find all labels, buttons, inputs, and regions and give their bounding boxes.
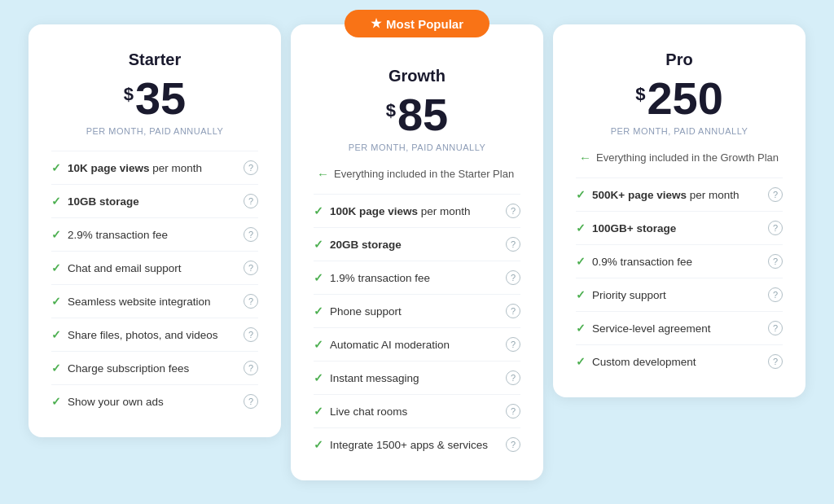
help-icon[interactable]: ? <box>244 160 258 175</box>
feature-left: ✓ Seamless website integration <box>51 295 244 308</box>
check-icon: ✓ <box>51 228 61 241</box>
feature-left: ✓ Charge subscription fees <box>51 362 244 375</box>
feature-left: ✓ 0.9% transaction fee <box>576 255 768 268</box>
check-icon: ✓ <box>576 188 586 201</box>
check-icon: ✓ <box>314 371 323 384</box>
check-icon: ✓ <box>51 261 61 274</box>
feature-text: Service-level agreement <box>592 322 711 335</box>
check-icon: ✓ <box>576 322 586 335</box>
help-icon[interactable]: ? <box>244 261 258 275</box>
price-period-growth: PER MONTH, PAID ANNUALLY <box>314 142 520 152</box>
help-icon[interactable]: ? <box>768 221 783 235</box>
feature-text: Automatic AI moderation <box>330 339 450 351</box>
star-icon: ★ <box>371 16 381 31</box>
help-icon[interactable]: ? <box>244 327 258 342</box>
help-icon[interactable]: ? <box>768 287 783 302</box>
help-icon[interactable]: ? <box>768 354 783 369</box>
features-list-pro: ✓ 500K+ page views per month ? ✓ 100GB+ … <box>576 177 783 378</box>
feature-item: ✓ Integrate 1500+ apps & services ? <box>314 427 520 461</box>
help-icon[interactable]: ? <box>244 394 258 409</box>
pricing-container: Starter $ 35 PER MONTH, PAID ANNUALLY ✓ … <box>16 24 818 480</box>
help-icon[interactable]: ? <box>506 270 520 285</box>
feature-item: ✓ 500K+ page views per month ? <box>576 177 783 211</box>
feature-left: ✓ 20GB storage <box>314 238 506 251</box>
feature-left: ✓ 500K+ page views per month <box>576 188 768 201</box>
feature-left: ✓ 2.9% transaction fee <box>51 228 244 241</box>
feature-item: ✓ Service-level agreement ? <box>576 311 783 344</box>
price-dollar-pro: $ <box>635 84 645 105</box>
help-icon[interactable]: ? <box>244 194 258 208</box>
feature-left: ✓ 1.9% transaction fee <box>314 271 506 284</box>
price-amount-starter: 35 <box>135 76 186 121</box>
feature-left: ✓ 100GB+ storage <box>576 221 768 234</box>
price-amount-pro: 250 <box>647 76 722 121</box>
included-note-text: Everything included in the Growth Plan <box>596 151 779 164</box>
feature-item: ✓ Live chat rooms ? <box>314 394 520 427</box>
feature-item: ✓ Custom development ? <box>576 344 783 378</box>
price-dollar-growth: $ <box>386 100 396 121</box>
help-icon[interactable]: ? <box>244 361 258 375</box>
help-icon[interactable]: ? <box>244 227 258 242</box>
check-icon: ✓ <box>314 338 323 351</box>
feature-left: ✓ Phone support <box>314 305 506 318</box>
feature-left: ✓ Custom development <box>576 355 768 368</box>
feature-text: 1.9% transaction fee <box>330 272 430 284</box>
price-row-starter: $ 35 <box>51 76 258 121</box>
feature-text: Show your own ads <box>68 396 164 408</box>
price-period-starter: PER MONTH, PAID ANNUALLY <box>51 126 258 136</box>
feature-left: ✓ Integrate 1500+ apps & services <box>314 438 506 451</box>
feature-text: Instant messaging <box>330 372 419 384</box>
feature-left: ✓ Chat and email support <box>51 261 244 274</box>
plan-card-growth: ★ Most Popular Growth $ 85 PER MONTH, PA… <box>291 24 543 480</box>
check-icon: ✓ <box>576 288 586 301</box>
check-icon: ✓ <box>576 355 586 368</box>
feature-text: Custom development <box>592 356 696 368</box>
feature-left: ✓ Share files, photos, and videos <box>51 328 244 341</box>
check-icon: ✓ <box>576 221 586 234</box>
help-icon[interactable]: ? <box>244 294 258 309</box>
check-icon: ✓ <box>314 438 323 451</box>
check-icon: ✓ <box>51 362 61 375</box>
check-icon: ✓ <box>51 395 61 408</box>
plan-card-starter: Starter $ 35 PER MONTH, PAID ANNUALLY ✓ … <box>29 24 281 437</box>
feature-text: 10GB storage <box>68 195 139 208</box>
feature-text: 100GB+ storage <box>592 222 676 234</box>
help-icon[interactable]: ? <box>506 304 520 318</box>
plan-name-starter: Starter <box>51 50 258 69</box>
feature-left: ✓ Service-level agreement <box>576 322 768 335</box>
included-note-pro: ← Everything included in the Growth Plan <box>576 151 783 164</box>
price-period-pro: PER MONTH, PAID ANNUALLY <box>576 126 783 136</box>
check-icon: ✓ <box>51 295 61 308</box>
feature-item: ✓ Chat and email support ? <box>51 251 258 284</box>
feature-item: ✓ 1.9% transaction fee ? <box>314 261 520 294</box>
help-icon[interactable]: ? <box>506 437 520 452</box>
feature-left: ✓ 10GB storage <box>51 195 244 208</box>
price-amount-growth: 85 <box>397 92 448 138</box>
feature-item: ✓ Charge subscription fees ? <box>51 351 258 384</box>
feature-text: Seamless website integration <box>68 296 211 308</box>
check-icon: ✓ <box>51 195 61 208</box>
price-row-pro: $ 250 <box>576 76 783 121</box>
feature-item: ✓ 0.9% transaction fee ? <box>576 244 783 278</box>
feature-item: ✓ Seamless website integration ? <box>51 284 258 318</box>
check-icon: ✓ <box>51 161 61 174</box>
help-icon[interactable]: ? <box>768 321 783 335</box>
help-icon[interactable]: ? <box>506 337 520 352</box>
help-icon[interactable]: ? <box>768 254 783 269</box>
help-icon[interactable]: ? <box>506 404 520 419</box>
feature-left: ✓ Show your own ads <box>51 395 244 408</box>
features-list-growth: ✓ 100K page views per month ? ✓ 20GB sto… <box>314 194 520 461</box>
most-popular-badge: ★ Most Popular <box>345 10 489 37</box>
arrow-icon: ← <box>317 167 329 181</box>
help-icon[interactable]: ? <box>506 204 520 218</box>
included-note-text: Everything included in the Starter Plan <box>334 168 514 180</box>
help-icon[interactable]: ? <box>506 237 520 252</box>
check-icon: ✓ <box>576 255 586 268</box>
feature-text: Share files, photos, and videos <box>68 329 218 341</box>
help-icon[interactable]: ? <box>506 370 520 385</box>
feature-text: 100K page views per month <box>330 205 471 217</box>
feature-item: ✓ 100GB+ storage ? <box>576 211 783 244</box>
feature-text: 500K+ page views per month <box>592 189 740 201</box>
help-icon[interactable]: ? <box>768 187 783 202</box>
feature-left: ✓ 10K page views per month <box>51 161 244 174</box>
